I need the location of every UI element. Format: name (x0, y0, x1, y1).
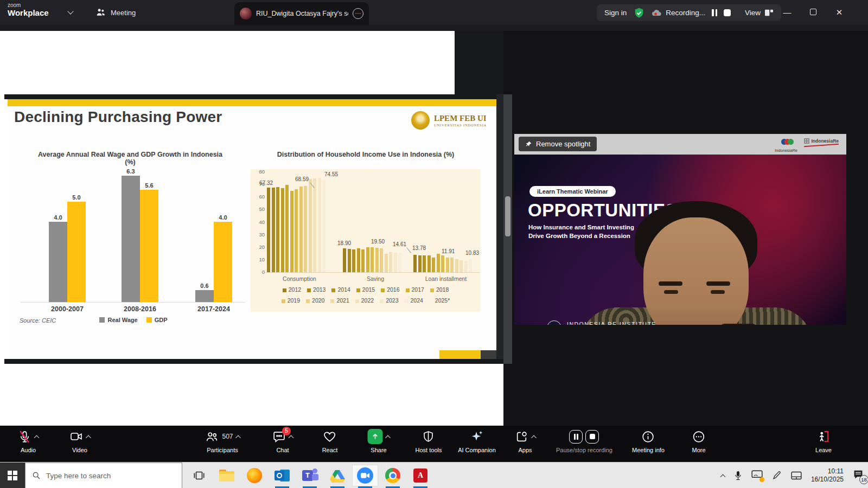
bar-2019-loan-installment (446, 258, 449, 273)
participants-count: 507 (222, 433, 233, 440)
bar-2015-consumption (281, 188, 284, 272)
taskbar-outlook-icon[interactable] (270, 465, 295, 486)
share-scrollbar-thumb[interactable] (505, 196, 510, 236)
chevron-up-icon[interactable] (531, 435, 537, 440)
toolbar-react-button[interactable]: React (322, 429, 338, 453)
bar-2014-loan-installment (423, 255, 426, 272)
maximize-icon (810, 9, 816, 15)
bar-group: 6.35.6 (110, 175, 170, 302)
tab-screen-share[interactable]: RIU_Dwigita Octasya Fajry's scree ⋯ (234, 2, 369, 25)
y-axis-tick: 0 (253, 269, 265, 275)
stop-recording-icon[interactable] (724, 9, 731, 16)
workspace-dropdown-icon[interactable] (67, 8, 73, 14)
chevron-up-icon[interactable] (235, 435, 241, 440)
speaker-eye (664, 290, 678, 294)
chevron-up-icon[interactable] (385, 435, 391, 440)
tray-pen-icon[interactable] (772, 471, 782, 480)
zoom-workplace-logo: zoom Workplace (8, 3, 49, 17)
taskbar-task-view-icon[interactable] (187, 465, 212, 486)
toolbar-leave-button[interactable]: Leave (815, 429, 832, 453)
chevron-up-icon[interactable] (289, 435, 294, 440)
info-icon (642, 430, 655, 444)
legend-swatch (283, 288, 286, 292)
legend-item-2025: 2025* (429, 297, 450, 304)
y-axis-tick: 30 (253, 232, 265, 237)
bar-group-loan-installment (413, 254, 478, 273)
minimize-button[interactable]: — (779, 4, 795, 21)
toolbar-ai-companion-button[interactable]: AI Companion (458, 429, 496, 453)
maximize-button[interactable] (805, 4, 821, 21)
value-label: 19.50 (371, 239, 385, 245)
taskbar-file-explorer-icon[interactable] (214, 465, 239, 486)
pin-icon (525, 140, 532, 147)
start-button[interactable] (0, 463, 25, 488)
toolbar-label: Video (72, 447, 87, 453)
bar-2023-consumption (318, 178, 321, 272)
toolbar-share-button[interactable]: Share (368, 429, 390, 453)
sign-in-button[interactable]: Sign in (604, 9, 627, 17)
left-chart-axis (21, 302, 245, 303)
taskbar-teams-icon[interactable]: T (297, 465, 322, 486)
bar-2016-saving (361, 249, 365, 272)
chevron-up-icon[interactable] (34, 435, 40, 440)
toolbar-more-button[interactable]: More (692, 429, 705, 453)
lpem-logo-text: LPEM FEB UI UNIVERSITAS INDONESIA (434, 114, 487, 127)
speaker-video-tile[interactable]: IndonesiaRe IndonesiaRe iLearn Thematic … (514, 134, 846, 325)
legend-item-2013: 2013 (307, 286, 326, 293)
legend-swatch (429, 299, 433, 303)
search-placeholder: Type here to search (46, 472, 111, 480)
remove-spotlight-button[interactable]: Remove spotlight (519, 137, 597, 151)
taskbar-clock[interactable]: 10:11 16/10/2025 (811, 467, 844, 484)
toolbar-apps-button[interactable]: Apps (515, 429, 536, 453)
right-chart-title: Distribution of Household Income Use in … (251, 151, 481, 158)
notification-center-button[interactable]: 18 (853, 470, 864, 482)
windows-taskbar: Type here to search TA (0, 462, 868, 488)
toolbar-pause-stop-recording-button[interactable]: Pause/stop recording (556, 429, 612, 453)
value-label: 13.78 (412, 245, 426, 251)
toolbar-video-button[interactable]: Video (69, 429, 91, 453)
heart-icon (323, 430, 337, 444)
tab-meeting[interactable]: Meeting (95, 7, 136, 18)
bar-2016-loan-installment (432, 258, 435, 272)
bar-2015-loan-installment (427, 255, 431, 272)
toolbar-label: Apps (518, 447, 532, 453)
tray-date: 16/10/2025 (811, 476, 844, 484)
notification-count-badge: 18 (859, 475, 868, 484)
view-button[interactable]: View (745, 9, 774, 17)
tray-cast-icon[interactable] (751, 470, 763, 481)
toolbar-meeting-info-button[interactable]: Meeting info (632, 429, 665, 453)
chevron-up-icon[interactable] (86, 435, 91, 440)
legend-item-2022: 2022 (355, 297, 374, 304)
value-label: 68.59 (295, 176, 309, 182)
tray-expand-icon[interactable] (720, 474, 725, 479)
bar-2015-saving (357, 248, 360, 272)
pause-recording-icon[interactable] (712, 9, 717, 16)
toolbar-host-tools-button[interactable]: Host tools (416, 429, 442, 453)
taskbar-firefox-icon[interactable] (242, 465, 267, 486)
bar-2016-consumption (285, 185, 289, 272)
pause-recording-button[interactable] (569, 430, 583, 444)
taskbar-search-input[interactable]: Type here to search (25, 463, 182, 488)
bar-value-label: 4.0 (54, 214, 62, 221)
record-controls-icon (569, 430, 599, 444)
tray-touchpad-icon[interactable] (791, 471, 802, 480)
tab-options-icon[interactable]: ⋯ (353, 8, 363, 19)
toolbar-audio-button[interactable]: Audio (18, 429, 39, 453)
bar-2021-loan-installment (455, 259, 458, 272)
bar-2013-consumption (272, 188, 275, 272)
taskbar-zoom-icon[interactable] (353, 465, 378, 486)
toolbar-chat-button[interactable]: 5Chat (272, 429, 293, 453)
taskbar-acrobat-icon[interactable]: A (408, 465, 433, 486)
speaker-eye (711, 290, 725, 294)
stop-recording-button[interactable] (585, 430, 599, 444)
taskbar-chrome-icon[interactable] (380, 465, 405, 486)
bar-2023-loan-installment (464, 261, 468, 273)
lpem-university: UNIVERSITAS INDONESIA (434, 123, 487, 127)
search-icon (32, 471, 41, 480)
legend-item-2018: 2018 (430, 286, 449, 293)
tray-mic-icon[interactable] (734, 470, 742, 481)
chat-icon: 5 (272, 430, 286, 444)
close-button[interactable]: ✕ (831, 4, 847, 21)
taskbar-drive-icon[interactable] (325, 465, 350, 486)
toolbar-participants-button[interactable]: 507Participants (205, 429, 240, 453)
